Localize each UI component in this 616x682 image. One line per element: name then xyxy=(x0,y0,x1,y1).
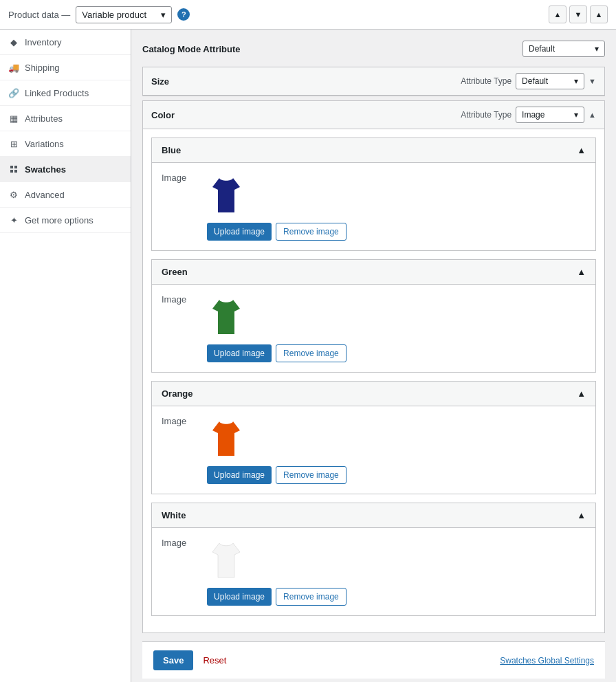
swatch-orange-body: Image Upload image Re xyxy=(152,406,595,494)
swatch-blue-body: Image Upload image Re xyxy=(152,163,595,250)
save-button[interactable]: Save xyxy=(153,650,193,670)
size-attribute-header: Size Attribute Type Default ▾ ▼ xyxy=(143,67,604,96)
size-attribute-type-label: Attribute Type xyxy=(461,76,512,86)
swatch-green-buttons: Upload image Remove image xyxy=(207,344,346,362)
swatch-blue-image-content: Upload image Remove image xyxy=(207,173,346,241)
top-bar-right: ▲ ▼ ▲ xyxy=(549,6,608,23)
catalog-mode-row: Catalog Mode Attribute Default ▾ xyxy=(142,41,605,57)
color-type-select[interactable]: Image ▾ xyxy=(516,107,584,123)
catalog-mode-select[interactable]: Default ▾ xyxy=(522,41,605,57)
size-toggle-arrow[interactable]: ▼ xyxy=(588,77,596,85)
swatch-orange-toggle: ▲ xyxy=(577,388,586,399)
swatch-white: White ▲ Image xyxy=(151,503,596,616)
sidebar: ◆ Inventory 🚚 Shipping 🔗 Linked Products… xyxy=(0,30,131,682)
size-type-value: Default xyxy=(522,76,548,86)
swatch-white-header[interactable]: White ▲ xyxy=(152,503,595,528)
size-type-select[interactable]: Default ▾ xyxy=(516,73,584,89)
swatch-blue-image-row: Image Upload image Re xyxy=(162,173,586,241)
bottom-bar: Save Reset Swatches Global Settings xyxy=(142,641,605,679)
swatch-green-toggle: ▲ xyxy=(577,267,586,277)
sidebar-item-variations[interactable]: ⊞ Variations xyxy=(0,131,131,157)
swatch-white-toggle: ▲ xyxy=(577,510,586,520)
sidebar-item-inventory[interactable]: ◆ Inventory xyxy=(0,30,131,55)
swatch-white-upload-button[interactable]: Upload image xyxy=(207,588,272,606)
swatches-list: Blue ▲ Image xyxy=(143,129,604,632)
swatch-white-image-row: Image Upload image Re xyxy=(162,538,586,606)
size-attribute-name: Size xyxy=(151,76,169,87)
sidebar-item-shipping[interactable]: 🚚 Shipping xyxy=(0,55,131,80)
catalog-mode-value: Default xyxy=(529,44,555,54)
scroll-down-button[interactable]: ▼ xyxy=(569,6,587,23)
diamond-icon: ◆ xyxy=(8,36,19,47)
swatch-white-remove-button[interactable]: Remove image xyxy=(276,588,346,606)
swatch-green-header[interactable]: Green ▲ xyxy=(152,260,595,285)
table-icon: ⊞ xyxy=(8,138,19,149)
swatch-green-image-row: Image Upload image Re xyxy=(162,294,586,362)
swatch-white-buttons: Upload image Remove image xyxy=(207,588,346,606)
product-type-select[interactable]: Variable product ▾ xyxy=(76,6,172,23)
swatch-green-remove-button[interactable]: Remove image xyxy=(276,344,346,362)
expand-button[interactable]: ▲ xyxy=(590,6,608,23)
gear-icon: ⚙ xyxy=(8,189,19,200)
swatch-orange-tshirt xyxy=(207,416,245,461)
swatch-white-image-content: Upload image Remove image xyxy=(207,538,346,606)
swatch-blue-remove-button[interactable]: Remove image xyxy=(276,223,346,241)
star-icon: ✦ xyxy=(8,214,19,226)
swatch-orange: Orange ▲ Image xyxy=(151,381,596,494)
color-attribute-row: Color Attribute Type Image ▾ ▲ xyxy=(142,100,605,633)
color-attribute-type-label: Attribute Type xyxy=(461,110,512,120)
top-bar: Product data — Variable product ▾ ? ▲ ▼ … xyxy=(0,0,616,30)
swatch-white-tshirt xyxy=(207,538,245,582)
swatch-green: Green ▲ Image xyxy=(151,259,596,373)
sidebar-label-attributes: Attributes xyxy=(25,113,63,124)
bottom-left: Save Reset xyxy=(153,650,230,670)
sidebar-item-advanced[interactable]: ⚙ Advanced xyxy=(0,182,131,208)
color-type-value: Image xyxy=(522,110,544,120)
chevron-down-icon: ▾ xyxy=(574,76,578,86)
reset-button[interactable]: Reset xyxy=(199,650,230,670)
content-area: Catalog Mode Attribute Default ▾ Size At… xyxy=(131,30,616,682)
scroll-up-button[interactable]: ▲ xyxy=(549,6,566,23)
product-type-value: Variable product xyxy=(82,10,146,20)
swatch-orange-header[interactable]: Orange ▲ xyxy=(152,382,595,406)
catalog-mode-label: Catalog Mode Attribute xyxy=(142,44,241,54)
grid-icon: ▦ xyxy=(8,113,19,124)
swatches-icon xyxy=(8,164,19,175)
swatch-orange-remove-button[interactable]: Remove image xyxy=(276,466,346,484)
sidebar-item-attributes[interactable]: ▦ Attributes xyxy=(0,106,131,131)
swatch-blue-toggle: ▲ xyxy=(577,145,586,155)
sidebar-item-swatches[interactable]: Swatches xyxy=(0,157,131,182)
swatches-global-settings-link[interactable]: Swatches Global Settings xyxy=(500,656,594,666)
swatch-white-title: White xyxy=(162,510,186,520)
color-toggle-arrow[interactable]: ▲ xyxy=(588,111,596,119)
help-icon[interactable]: ? xyxy=(177,8,190,21)
sidebar-item-linked-products[interactable]: 🔗 Linked Products xyxy=(0,80,131,106)
swatch-green-body: Image Upload image Re xyxy=(152,285,595,372)
swatch-white-image-label: Image xyxy=(162,538,196,548)
chevron-down-icon: ▾ xyxy=(574,110,578,120)
sidebar-label-inventory: Inventory xyxy=(25,37,61,47)
sidebar-item-get-more-options[interactable]: ✦ Get more options xyxy=(0,208,131,233)
swatch-blue-header[interactable]: Blue ▲ xyxy=(152,138,595,163)
sidebar-label-swatches: Swatches xyxy=(25,164,66,175)
swatch-blue: Blue ▲ Image xyxy=(151,138,596,251)
swatch-orange-image-label: Image xyxy=(162,416,196,426)
chevron-down-icon: ▾ xyxy=(161,10,166,20)
swatch-blue-upload-button[interactable]: Upload image xyxy=(207,223,272,241)
main-layout: ◆ Inventory 🚚 Shipping 🔗 Linked Products… xyxy=(0,30,616,682)
product-data-label: Product data — xyxy=(8,10,70,20)
swatch-blue-image-label: Image xyxy=(162,173,196,183)
sidebar-label-shipping: Shipping xyxy=(25,63,60,73)
size-type-wrapper: Attribute Type Default ▾ ▼ xyxy=(461,73,596,89)
swatch-orange-image-content: Upload image Remove image xyxy=(207,416,346,484)
swatch-green-title: Green xyxy=(162,267,188,277)
color-attribute-name: Color xyxy=(151,110,175,120)
swatch-green-upload-button[interactable]: Upload image xyxy=(207,344,272,362)
chevron-down-icon: ▾ xyxy=(595,44,599,54)
sidebar-label-advanced: Advanced xyxy=(25,190,65,200)
swatch-orange-upload-button[interactable]: Upload image xyxy=(207,466,272,484)
top-bar-left: Product data — Variable product ▾ ? xyxy=(8,6,190,23)
swatch-green-image-content: Upload image Remove image xyxy=(207,294,346,362)
swatch-orange-title: Orange xyxy=(162,388,193,399)
swatch-blue-tshirt xyxy=(207,173,245,217)
